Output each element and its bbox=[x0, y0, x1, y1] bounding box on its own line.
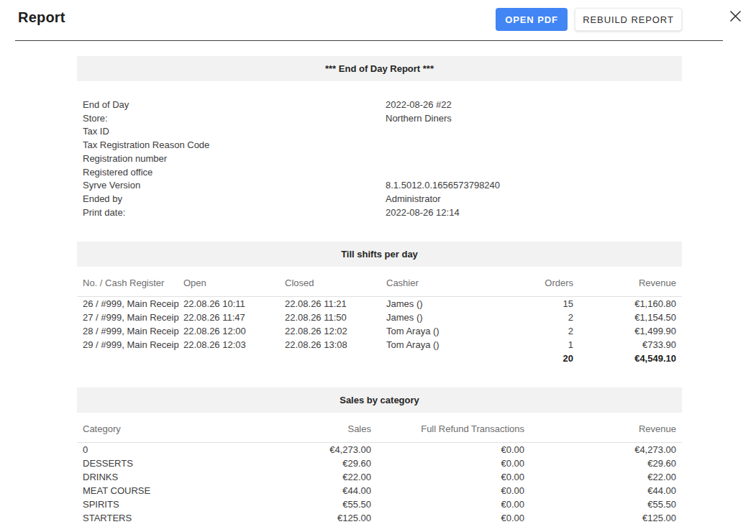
report-info-block: End of Day 2022-08-26 #22 Store: Norther… bbox=[77, 98, 682, 219]
totals-revenue: €4,549.10 bbox=[573, 352, 682, 365]
cell-category: DESSERTS bbox=[77, 457, 221, 470]
report-dialog: Report OPEN PDF REBUILD REPORT *** End o… bbox=[0, 0, 756, 525]
cell-category: DRINKS bbox=[77, 470, 221, 484]
info-value: 2022-08-26 12:14 bbox=[386, 206, 460, 220]
till-shifts-table: No. / Cash Register Open Closed Cashier … bbox=[77, 267, 682, 365]
till-shift-row: 26 / #999, Main Receip 22.08.26 10:11 22… bbox=[77, 297, 682, 311]
info-label: Store: bbox=[83, 112, 386, 126]
cell-category: MEAT COURSE bbox=[77, 484, 221, 497]
info-value: 2022-08-26 #22 bbox=[386, 98, 452, 112]
cell-orders: 1 bbox=[487, 338, 573, 352]
column-header-closed: Closed bbox=[285, 267, 386, 297]
info-label: Tax ID bbox=[83, 125, 386, 139]
till-shift-row: 29 / #999, Main Receip 22.08.26 12:03 22… bbox=[77, 338, 682, 352]
column-header-cash-register: No. / Cash Register bbox=[77, 267, 183, 297]
sales-by-category-table: Category Sales Full Refund Transactions … bbox=[77, 413, 682, 525]
column-header-orders: Orders bbox=[487, 267, 573, 297]
cell-closed: 22.08.26 11:50 bbox=[285, 311, 386, 324]
header-divider bbox=[15, 40, 723, 41]
close-icon bbox=[729, 10, 742, 22]
column-header-category: Category bbox=[77, 413, 221, 443]
cell-full-refund: €0.00 bbox=[371, 497, 524, 511]
cell-cash-register: 27 / #999, Main Receip bbox=[77, 311, 183, 324]
info-row: Tax ID bbox=[77, 125, 682, 139]
till-shifts-totals-row: 20 €4,549.10 bbox=[77, 352, 682, 365]
sales-category-row: SPIRITS €55.50 €0.00 €55.50 bbox=[77, 497, 682, 511]
info-label: End of Day bbox=[83, 98, 386, 112]
column-header-cashier: Cashier bbox=[386, 267, 487, 297]
section-header-end-of-day: *** End of Day Report *** bbox=[77, 56, 682, 81]
info-row: Syrve Version 8.1.5012.0.1656573798240 bbox=[77, 179, 682, 193]
sales-category-row: 0 €4,273.00 €0.00 €4,273.00 bbox=[77, 443, 682, 457]
cell-sales-revenue: €55.50 bbox=[524, 497, 682, 511]
info-label: Tax Registration Reason Code bbox=[83, 139, 386, 152]
section-header-till-shifts: Till shifts per day bbox=[77, 242, 682, 267]
cell-category: STARTERS bbox=[77, 511, 221, 525]
cell-sales: €4,273.00 bbox=[221, 443, 371, 457]
info-label: Syrve Version bbox=[83, 179, 386, 193]
cell-full-refund: €0.00 bbox=[371, 443, 524, 457]
cell-cash-register: 29 / #999, Main Receip bbox=[77, 338, 183, 352]
cell-cash-register: 28 / #999, Main Receip bbox=[77, 324, 183, 338]
cell-sales-revenue: €22.00 bbox=[524, 470, 682, 484]
cell-open: 22.08.26 11:47 bbox=[183, 311, 285, 324]
cell-closed: 22.08.26 11:21 bbox=[285, 297, 386, 311]
cell-category: SPIRITS bbox=[77, 497, 221, 511]
cell-sales: €29.60 bbox=[221, 457, 371, 470]
cell-closed: 22.08.26 12:02 bbox=[285, 324, 386, 338]
info-label: Print date: bbox=[83, 206, 386, 220]
report-body: *** End of Day Report *** End of Day 202… bbox=[77, 56, 682, 525]
info-label: Registration number bbox=[83, 152, 386, 166]
column-header-sales-revenue: Revenue bbox=[524, 413, 682, 443]
sales-header-row: Category Sales Full Refund Transactions … bbox=[77, 413, 682, 443]
close-button[interactable] bbox=[725, 6, 745, 26]
cell-cashier: James () bbox=[386, 297, 487, 311]
cell-revenue: €1,499.90 bbox=[573, 324, 682, 338]
column-header-full-refund: Full Refund Transactions bbox=[371, 413, 524, 443]
cell-orders: 15 bbox=[487, 297, 573, 311]
cell-cashier: James () bbox=[386, 311, 487, 324]
cell-cash-register: 26 / #999, Main Receip bbox=[77, 297, 183, 311]
info-label: Ended by bbox=[83, 193, 386, 206]
cell-revenue: €1,154.50 bbox=[573, 311, 682, 324]
column-header-open: Open bbox=[183, 267, 285, 297]
info-row: Tax Registration Reason Code bbox=[77, 139, 682, 152]
cell-cashier: Tom Araya () bbox=[386, 338, 487, 352]
column-header-revenue: Revenue bbox=[573, 267, 682, 297]
totals-orders: 20 bbox=[487, 352, 573, 365]
cell-category: 0 bbox=[77, 443, 221, 457]
cell-orders: 2 bbox=[487, 311, 573, 324]
cell-full-refund: €0.00 bbox=[371, 484, 524, 497]
cell-sales-revenue: €44.00 bbox=[524, 484, 682, 497]
info-row: End of Day 2022-08-26 #22 bbox=[77, 98, 682, 112]
info-row: Print date: 2022-08-26 12:14 bbox=[77, 206, 682, 220]
cell-open: 22.08.26 12:00 bbox=[183, 324, 285, 338]
cell-sales: €44.00 bbox=[221, 484, 371, 497]
cell-sales-revenue: €4,273.00 bbox=[524, 443, 682, 457]
cell-closed: 22.08.26 13:08 bbox=[285, 338, 386, 352]
cell-revenue: €733.90 bbox=[573, 338, 682, 352]
sales-category-row: STARTERS €125.00 €0.00 €125.00 bbox=[77, 511, 682, 525]
cell-full-refund: €0.00 bbox=[371, 457, 524, 470]
info-row: Registration number bbox=[77, 152, 682, 166]
sales-category-row: DRINKS €22.00 €0.00 €22.00 bbox=[77, 470, 682, 484]
info-label: Registered office bbox=[83, 166, 386, 180]
info-value: 8.1.5012.0.1656573798240 bbox=[386, 179, 500, 193]
open-pdf-button[interactable]: OPEN PDF bbox=[496, 8, 568, 31]
cell-sales-revenue: €125.00 bbox=[524, 511, 682, 525]
info-value: Northern Diners bbox=[386, 112, 452, 126]
dialog-header: Report OPEN PDF REBUILD REPORT bbox=[0, 0, 756, 41]
till-shifts-header-row: No. / Cash Register Open Closed Cashier … bbox=[77, 267, 682, 297]
rebuild-report-button[interactable]: REBUILD REPORT bbox=[575, 8, 682, 31]
cell-cashier: Tom Araya () bbox=[386, 324, 487, 338]
cell-sales: €22.00 bbox=[221, 470, 371, 484]
cell-sales: €125.00 bbox=[221, 511, 371, 525]
cell-full-refund: €0.00 bbox=[371, 470, 524, 484]
cell-full-refund: €0.00 bbox=[371, 511, 524, 525]
info-value: Administrator bbox=[386, 193, 441, 206]
dialog-title: Report bbox=[18, 9, 65, 26]
sales-category-row: DESSERTS €29.60 €0.00 €29.60 bbox=[77, 457, 682, 470]
cell-revenue: €1,160.80 bbox=[573, 297, 682, 311]
info-row: Store: Northern Diners bbox=[77, 112, 682, 126]
section-header-sales-by-category: Sales by category bbox=[77, 387, 682, 413]
